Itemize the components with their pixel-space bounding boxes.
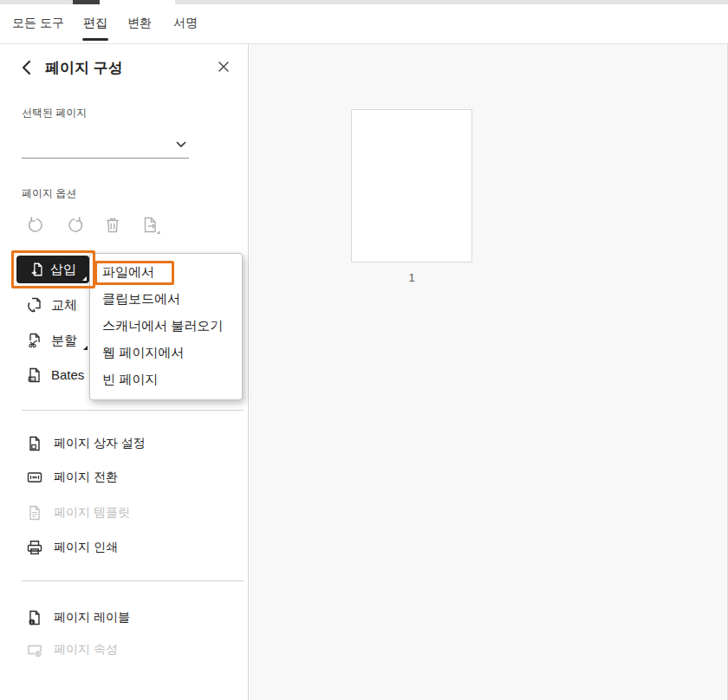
split-page-icon (26, 332, 43, 349)
page-template-icon (26, 504, 43, 522)
back-chevron-icon[interactable] (17, 58, 36, 77)
page-options-label: 페이지 옵션 (22, 186, 76, 201)
chevron-down-icon (175, 139, 187, 151)
svg-text:012: 012 (29, 377, 36, 381)
split-label: 분할 (51, 333, 77, 349)
menu-item-label: 파일에서 (94, 261, 174, 285)
printer-icon (26, 539, 43, 556)
menu-item-from-scanner[interactable]: 스캐너에서 불러오기 (90, 313, 242, 340)
tool-label: 페이지 인쇄 (54, 540, 118, 555)
page-box-icon (26, 435, 43, 452)
extract-page-icon[interactable] (140, 215, 161, 236)
page-number-label: 1 (351, 271, 472, 284)
split-button[interactable]: 분할 (26, 328, 89, 353)
nav-sign[interactable]: 서명 (173, 16, 198, 31)
tool-label: 페이지 상자 설정 (54, 436, 146, 451)
divider (22, 410, 244, 411)
page-properties-icon (26, 641, 43, 658)
page-label-icon (26, 609, 43, 626)
menu-item-from-clipboard[interactable]: 클립보드에서 (90, 286, 242, 313)
close-icon[interactable] (215, 58, 232, 75)
top-nav: 모든 도구 편집 변환 서명 (0, 4, 728, 44)
insert-button-label: 삽입 (50, 262, 76, 278)
insert-button[interactable]: 삽입 (16, 256, 89, 283)
bates-number-icon: 012 (26, 366, 43, 384)
nav-all-tools[interactable]: 모든 도구 (12, 16, 64, 31)
undo-icon[interactable] (26, 215, 47, 236)
print-pages-button[interactable]: 페이지 인쇄 (26, 535, 118, 560)
replace-button[interactable]: 교체 (26, 293, 77, 317)
delete-icon[interactable] (102, 215, 123, 236)
page-organize-panel: 페이지 구성 선택된 페이지 페이지 옵션 삽입 (0, 44, 249, 700)
menu-item-from-file[interactable]: 파일에서 (90, 259, 242, 286)
nav-edit[interactable]: 편집 (83, 16, 107, 31)
tool-label: 페이지 속성 (54, 642, 118, 658)
insert-dropdown-menu: 파일에서 클립보드에서 스캐너에서 불러오기 웹 페이지에서 빈 페이지 (89, 253, 243, 400)
panel-header: 페이지 구성 (0, 56, 248, 79)
page-boxes-button[interactable]: 페이지 상자 설정 (26, 431, 146, 456)
page-properties-button: 페이지 속성 (26, 638, 118, 662)
nav-convert[interactable]: 변환 (127, 16, 152, 31)
page-toolbar (26, 215, 161, 237)
replace-page-icon (26, 296, 43, 314)
tool-label: 페이지 레이블 (54, 610, 130, 625)
page-transitions-button[interactable]: 페이지 전환 (26, 465, 118, 489)
tool-label: 페이지 전환 (54, 470, 118, 485)
redo-icon[interactable] (64, 215, 85, 236)
page-transition-icon (26, 469, 43, 486)
divider (22, 580, 244, 581)
menu-item-from-webpage[interactable]: 웹 페이지에서 (90, 340, 242, 366)
document-area: 1 (250, 44, 728, 700)
page-templates-button: 페이지 템플릿 (26, 501, 130, 525)
page-thumbnail[interactable] (351, 109, 472, 262)
replace-label: 교체 (51, 297, 77, 314)
menu-item-blank-page[interactable]: 빈 페이지 (90, 366, 242, 393)
submenu-triangle-icon (83, 346, 88, 350)
insert-page-plus-icon (29, 262, 45, 277)
selected-pages-label: 선택된 페이지 (22, 106, 87, 120)
page-labels-button[interactable]: 페이지 레이블 (26, 606, 130, 630)
panel-title: 페이지 구성 (45, 58, 123, 78)
submenu-corner-indicator (82, 276, 87, 281)
tool-label: 페이지 템플릿 (54, 505, 130, 521)
selected-pages-select[interactable] (22, 130, 189, 159)
